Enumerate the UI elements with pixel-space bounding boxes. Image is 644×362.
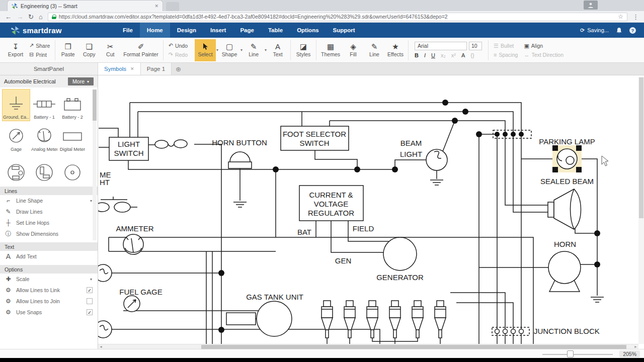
horizontal-scrollbar[interactable]: ◄ ► — [98, 344, 638, 349]
export-button[interactable]: ↧ Export — [5, 39, 26, 61]
themes-button[interactable]: ▦Themes — [318, 39, 343, 61]
line-dropdown-icon[interactable]: ▾ — [265, 48, 267, 52]
line-shape-dropdown-icon[interactable]: ▾ — [90, 199, 92, 203]
connector-plugs[interactable] — [321, 301, 446, 338]
line-shape-item[interactable]: ⌐Line Shape▾ — [0, 195, 98, 206]
menu-insert[interactable]: Insert — [203, 23, 233, 38]
gas-tank-unit[interactable]: GAS TANK UNIT — [246, 293, 303, 336]
font-color-button[interactable]: A — [461, 52, 465, 58]
symbol-battery-1[interactable]: Battery - 1 — [31, 89, 58, 121]
notification-bell-icon[interactable] — [616, 27, 622, 34]
back-icon[interactable]: ← — [5, 14, 12, 20]
menu-table[interactable]: Table — [261, 23, 290, 38]
horn-button[interactable]: HORN BUTTON — [212, 138, 267, 168]
symbol-digital-meter[interactable]: Digital Meter — [59, 122, 86, 153]
close-symbols-tab-icon[interactable]: ✕ — [130, 66, 134, 71]
forward-icon[interactable]: → — [17, 14, 23, 20]
menu-options[interactable]: Options — [290, 23, 326, 38]
zoom-slider[interactable] — [542, 354, 613, 355]
line-tool-button[interactable]: ✎Line — [243, 39, 264, 61]
browser-tab[interactable]: Engineering (3) -- Smart ✕ — [7, 0, 163, 11]
browser-menu-icon[interactable]: ⋮ — [632, 14, 639, 20]
symbol-gage[interactable]: Gage — [3, 122, 30, 153]
symbol-analog-meter[interactable]: Analog Meter — [31, 122, 58, 153]
paste-button[interactable]: ❒Paste — [57, 39, 78, 61]
symbol-extra-1[interactable] — [3, 154, 30, 185]
add-text-item[interactable]: AAdd Text — [0, 251, 98, 262]
bold-button[interactable]: B — [415, 52, 419, 58]
menu-support[interactable]: Support — [326, 23, 362, 38]
foot-selector-switch[interactable]: FOOT SELECTOR SWITCH — [281, 126, 349, 150]
cut-button[interactable]: ✂Cut — [100, 39, 121, 61]
address-bar[interactable]: https://cloud.smartdraw.com/editor.aspx?… — [48, 13, 627, 21]
parking-lamp[interactable]: PARKING LAMP — [539, 137, 595, 172]
set-line-hops-item[interactable]: ┼Set Line Hops — [0, 217, 98, 228]
profile-icon[interactable] — [584, 1, 598, 10]
use-snaps-item[interactable]: ⚙Use Snaps✓ — [0, 307, 98, 318]
undo-button[interactable]: ↶Undo — [169, 42, 188, 49]
beam-light[interactable]: BEAM LIGHT — [400, 139, 447, 170]
add-page-icon[interactable]: ⊕ — [172, 63, 185, 75]
generator[interactable]: GENERATOR — [376, 237, 424, 282]
voltage-regulator[interactable]: CURRENT & VOLTAGE REGULATOR — [299, 186, 363, 221]
zoom-slider-handle[interactable] — [567, 350, 574, 357]
help-icon[interactable]: ? — [629, 27, 636, 34]
font-name-select[interactable]: Arial — [415, 42, 467, 50]
symbol-button[interactable]: {} — [470, 52, 474, 58]
redo-button[interactable]: ↷Redo — [169, 51, 188, 58]
print-button[interactable]: ⊟Print — [29, 51, 50, 58]
superscript-button[interactable]: x² — [451, 52, 456, 58]
allow-lines-join-item[interactable]: ⚙Allow Lines to Join — [0, 296, 98, 307]
home-icon[interactable]: ⌂ — [39, 14, 43, 20]
fuel-gage[interactable]: FUEL GAGE — [119, 288, 162, 312]
text-direction-button[interactable]: ↔Text Direction — [524, 52, 564, 58]
share-button[interactable]: ↗Share — [29, 42, 50, 49]
bookmark-star-icon[interactable]: ☆ — [618, 13, 623, 20]
spacing-button[interactable]: ≡Spacing — [494, 52, 518, 58]
menu-file[interactable]: File — [116, 23, 140, 38]
allow-lines-link-item[interactable]: ⚙Allow Lines to Link✓ — [0, 285, 98, 296]
symbol-battery-2[interactable]: Battery - 2 — [59, 89, 86, 121]
tab-page-1[interactable]: Page 1 — [141, 63, 172, 75]
horn[interactable]: HORN — [548, 240, 581, 292]
shape-dropdown-icon[interactable]: ▾ — [240, 48, 243, 52]
styles-button[interactable]: ◪Styles — [293, 39, 314, 61]
subscript-button[interactable]: x₂ — [441, 52, 446, 58]
format-painter-button[interactable]: ✐Format Painter — [121, 39, 160, 61]
panel-scrollbar[interactable] — [93, 89, 97, 240]
show-dimensions-item[interactable]: ⓘShow Dimensions — [0, 228, 98, 239]
fill-button[interactable]: ◈Fill — [343, 39, 364, 61]
menu-home[interactable]: Home — [140, 23, 170, 38]
allow-lines-link-checkbox[interactable]: ✓ — [87, 287, 93, 293]
symbol-ground[interactable]: Ground, Ea... — [3, 89, 30, 121]
bullet-button[interactable]: ☰Bullet — [494, 43, 518, 49]
effects-button[interactable]: ★Effects — [385, 39, 406, 61]
select-tool-button[interactable]: Select — [195, 39, 216, 61]
reload-icon[interactable]: ↻ — [28, 14, 34, 20]
light-switch[interactable]: LIGHT SWITCH — [109, 137, 148, 160]
line-style-button[interactable]: ✎Line — [364, 39, 385, 61]
allow-lines-join-checkbox[interactable] — [87, 298, 93, 304]
italic-button[interactable]: I — [424, 52, 426, 58]
menu-design[interactable]: Design — [170, 23, 203, 38]
sealed-beam[interactable]: SEALED BEAM — [540, 177, 594, 229]
symbol-extra-3[interactable] — [59, 154, 86, 185]
tab-symbols[interactable]: Symbols ✕ — [98, 63, 141, 75]
text-tool-button[interactable]: AText — [267, 39, 288, 61]
scale-item[interactable]: ✚Scale▾ — [0, 274, 98, 285]
selection-handle[interactable] — [576, 145, 582, 151]
new-tab-button[interactable] — [166, 2, 179, 11]
underline-button[interactable]: U — [431, 52, 435, 58]
drawing-canvas[interactable]: LIGHT SWITCH FOOT SELECTOR SWITCH CURREN… — [98, 75, 644, 349]
symbol-extra-2[interactable] — [31, 154, 58, 185]
shape-tool-button[interactable]: ▢Shape — [219, 39, 240, 61]
hscroll-thumb[interactable] — [201, 345, 626, 349]
copy-button[interactable]: ❏Copy — [78, 39, 100, 61]
font-size-select[interactable]: 10 — [469, 42, 482, 50]
menu-page[interactable]: Page — [233, 23, 261, 38]
vscroll-thumb[interactable] — [639, 77, 643, 218]
align-button[interactable]: ▣Align — [524, 43, 564, 49]
ammeter[interactable]: AMMETER — [116, 224, 154, 254]
vertical-scrollbar[interactable] — [638, 76, 644, 344]
selection-handle[interactable] — [552, 167, 558, 172]
